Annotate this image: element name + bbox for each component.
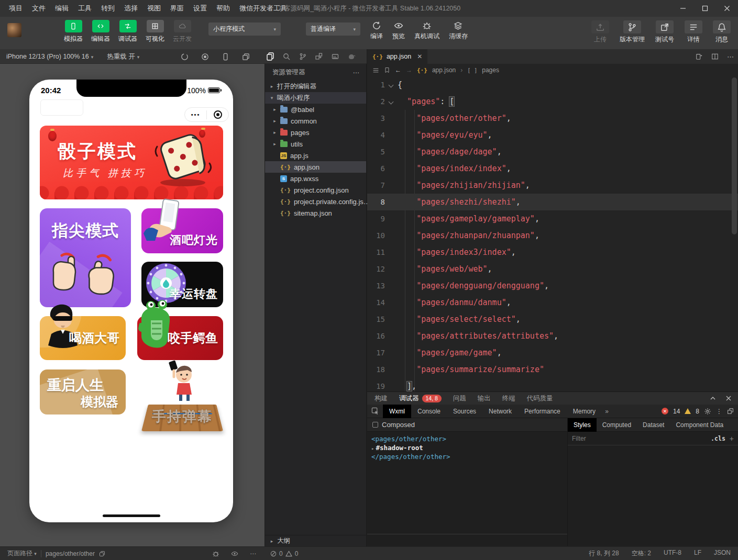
tree-item-sitemap.json[interactable]: {·}sitemap.json (265, 207, 366, 219)
action-refresh[interactable]: 编译 (370, 21, 383, 41)
record-icon[interactable] (201, 53, 209, 61)
panel-tab-终端[interactable]: 终端 (502, 394, 515, 403)
code-line-10[interactable]: 10 "pages/zhuanpan/zhuanpan", (367, 227, 738, 244)
action-bell[interactable]: 消息 (713, 20, 731, 44)
menu-item[interactable]: 工具 (74, 2, 95, 15)
copy-path-icon[interactable] (99, 551, 105, 557)
capsule-more-icon[interactable]: ••• (185, 111, 206, 118)
multi-window-icon[interactable] (242, 53, 250, 61)
devtools-tab-sources[interactable]: Sources (447, 405, 482, 418)
dom-node[interactable]: </pages/other/other> (371, 452, 567, 461)
devtools-settings-icon[interactable] (704, 408, 711, 415)
code-line-18[interactable]: 18 "pages/summarize/summarize" (367, 361, 738, 378)
action-eye[interactable]: 预览 (392, 21, 405, 41)
statusbar-more-icon[interactable]: ⋯ (250, 550, 256, 557)
debug-status-icon[interactable] (212, 550, 219, 557)
code-line-5[interactable]: 5 "pages/dage/dage", (367, 143, 738, 160)
npm-icon[interactable] (331, 52, 339, 61)
mode-button-grid[interactable]: 可视化 (146, 20, 164, 43)
nav-forward-icon[interactable]: → (406, 66, 412, 74)
tree-item-app.json[interactable]: {·}app.json (265, 161, 366, 173)
action-external[interactable]: 测试号 (655, 20, 674, 44)
code-line-15[interactable]: 15 "pages/select/select", (367, 311, 738, 328)
outline-section[interactable]: ▸大纲 (265, 535, 366, 546)
minimize-button[interactable] (672, 0, 694, 17)
user-avatar[interactable] (7, 23, 21, 37)
code-line-16[interactable]: 16 "pages/attributes/attributes", (367, 328, 738, 344)
code-line-4[interactable]: 4 "pages/eyu/eyu", (367, 127, 738, 143)
styles-filter-input[interactable] (572, 435, 707, 442)
tab-close-icon[interactable]: ✕ (417, 53, 422, 60)
card-restart-life[interactable]: 重启人生 模拟器 (40, 369, 126, 415)
tree-item-@babel[interactable]: ▸@babel (265, 104, 366, 115)
tree-item-project.private.config.js[interactable]: {·}project.private.config.js… (265, 196, 366, 207)
eol[interactable]: LF (694, 549, 701, 558)
code-line-3[interactable]: 3 "pages/other/other", (367, 110, 738, 127)
error-count-icon[interactable]: ✕ (662, 408, 668, 415)
menu-item[interactable]: 设置 (190, 2, 211, 15)
project-section[interactable]: ▾喝酒小程序 (265, 92, 366, 104)
close-button[interactable] (716, 0, 738, 17)
tree-item-project.config.json[interactable]: {·}project.config.json (265, 184, 366, 196)
mode-button-cloud[interactable]: 云开发 (173, 20, 192, 43)
composed-checkbox[interactable] (372, 422, 378, 428)
language-mode[interactable]: JSON (714, 549, 731, 558)
code-line-2[interactable]: 2 "pages": [ (367, 93, 738, 110)
menu-item[interactable]: 转到 (97, 2, 118, 15)
plugin-icon[interactable] (347, 52, 356, 61)
outline-list-icon[interactable] (372, 67, 379, 74)
new-style-rule-icon[interactable]: + (730, 434, 734, 443)
extensions-icon[interactable] (315, 52, 323, 61)
panel-tab-调试器[interactable]: 调试器14, 8 (399, 394, 442, 403)
code-line-8[interactable]: 8 "pages/shezhi/shezhi", (367, 194, 738, 210)
nav-back-icon[interactable]: ← (395, 66, 401, 74)
warning-count-icon[interactable] (685, 408, 691, 414)
code-line-13[interactable]: 13 "pages/dengguang/dengguang", (367, 277, 738, 294)
rotate-icon[interactable] (181, 53, 189, 61)
editor-scrollbar[interactable] (732, 77, 737, 234)
style-tab-dataset[interactable]: Dataset (637, 418, 670, 432)
mode-button-phone[interactable]: 模拟器 (64, 20, 83, 43)
action-branch[interactable]: 版本管理 (620, 20, 645, 44)
style-tab-component-data[interactable]: Component Data (670, 418, 729, 432)
code-line-17[interactable]: 17 "pages/game/game", (367, 344, 738, 361)
code-line-1[interactable]: 1{ (367, 76, 738, 93)
git-icon[interactable] (299, 52, 307, 61)
device-selector[interactable]: iPhone 12/13 (Pro) 100% 16▾ (6, 53, 93, 60)
tree-item-app.js[interactable]: JSapp.js (265, 150, 366, 161)
preview-status-icon[interactable] (231, 550, 238, 557)
tab-app-json[interactable]: {·} app.json ✕ (367, 49, 427, 64)
cursor-position[interactable]: 行 8, 列 28 (589, 549, 619, 558)
toolbar-select-0[interactable]: 小程序模式▾ (208, 23, 281, 36)
breadcrumb-file[interactable]: app.json (432, 66, 456, 74)
panel-tab-输出[interactable]: 输出 (478, 394, 491, 403)
menu-item[interactable]: 界面 (167, 2, 188, 15)
menu-item[interactable]: 视图 (144, 2, 164, 15)
fold-chevron-icon[interactable] (385, 93, 398, 110)
split-editor-icon[interactable] (711, 53, 719, 60)
indentation[interactable]: 空格: 2 (632, 549, 651, 558)
devtools-more-tabs-icon[interactable]: » (602, 408, 612, 415)
breadcrumb-node[interactable]: pages (482, 66, 499, 74)
tree-item-common[interactable]: ▸common (265, 115, 366, 127)
panel-tab-构建[interactable]: 构建 (374, 394, 388, 403)
panel-tab-代码质量[interactable]: 代码质量 (527, 394, 553, 403)
open-editors-section[interactable]: ▸打开的编辑器 (265, 81, 366, 92)
code-line-14[interactable]: 14 "pages/danmu/danmu", (367, 294, 738, 311)
toolbar-select-1[interactable]: 普通编译▾ (306, 23, 360, 36)
menu-item[interactable]: 选择 (120, 2, 141, 15)
card-handheld-danmu[interactable]: 手持弹幕 (141, 366, 223, 431)
code-line-12[interactable]: 12 "pages/web/web", (367, 261, 738, 277)
fold-chevron-icon[interactable] (385, 76, 398, 93)
card-bar-lights[interactable]: 酒吧灯光 (141, 208, 223, 253)
tree-item-app.wxss[interactable]: Sapp.wxss (265, 173, 366, 184)
capsule-home-icon[interactable] (207, 110, 228, 119)
devtools-tab-console[interactable]: Console (411, 405, 447, 418)
card-crocodile[interactable]: 咬手鳄鱼 (137, 316, 223, 360)
code-line-9[interactable]: 9 "pages/gameplay/gameplay", (367, 210, 738, 227)
mode-button-code[interactable]: 编辑器 (91, 20, 110, 43)
dom-node[interactable]: <pages/other/other> (371, 434, 567, 443)
menu-item[interactable]: 编辑 (51, 2, 72, 15)
bookmark-icon[interactable] (384, 67, 390, 73)
dom-node[interactable]: ▸#shadow-root (371, 443, 567, 452)
